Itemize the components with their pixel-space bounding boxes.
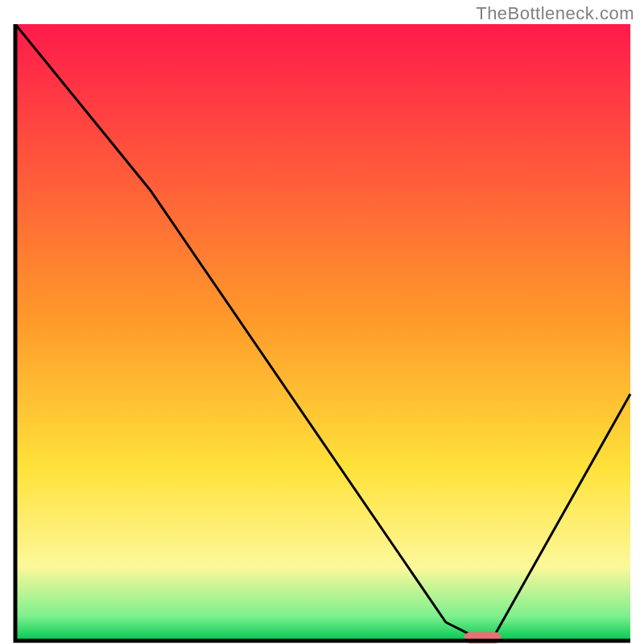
chart-svg — [12, 24, 632, 644]
bottleneck-chart — [12, 24, 632, 644]
gradient-background — [15, 24, 630, 641]
watermark-text: TheBottleneck.com — [476, 3, 634, 24]
